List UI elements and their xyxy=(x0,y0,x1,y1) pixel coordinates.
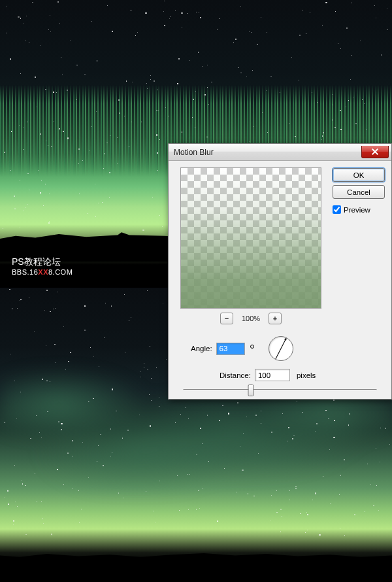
angle-input[interactable] xyxy=(216,343,245,355)
watermark-bbs: BBS.16XX8.COM xyxy=(12,267,73,277)
dialog-body: − 100% + OK Cancel Preview Angle: xyxy=(169,161,391,399)
filter-preview[interactable] xyxy=(180,167,321,309)
preview-checkbox[interactable] xyxy=(333,205,341,214)
preview-checkbox-label: Preview xyxy=(344,206,370,214)
distance-slider[interactable] xyxy=(183,389,377,391)
close-icon xyxy=(372,148,378,155)
angle-dial[interactable] xyxy=(269,336,293,361)
distance-label: Distance: xyxy=(220,371,251,379)
zoom-out-button[interactable]: − xyxy=(220,313,233,324)
distance-input[interactable] xyxy=(255,369,290,381)
distance-unit: pixels xyxy=(297,371,316,379)
preview-tint xyxy=(181,168,321,308)
ok-button[interactable]: OK xyxy=(333,168,385,182)
degree-icon xyxy=(250,345,254,349)
preview-checkbox-row[interactable]: Preview xyxy=(333,205,385,214)
dialog-title: Motion Blur xyxy=(174,148,361,157)
motion-blur-dialog: Motion Blur − 100% + OK Cancel xyxy=(168,143,392,400)
cancel-button[interactable]: Cancel xyxy=(333,185,385,199)
close-button[interactable] xyxy=(361,146,389,158)
watermark-tutorial-text: PS教程论坛 xyxy=(12,256,73,267)
zoom-in-button[interactable]: + xyxy=(269,313,282,324)
dialog-titlebar[interactable]: Motion Blur xyxy=(169,144,391,161)
angle-label: Angle: xyxy=(191,345,212,352)
distance-slider-thumb[interactable] xyxy=(248,385,253,396)
watermark-tutorial: PS教程论坛 BBS.16XX8.COM xyxy=(12,256,73,277)
zoom-value: 100% xyxy=(240,315,262,322)
